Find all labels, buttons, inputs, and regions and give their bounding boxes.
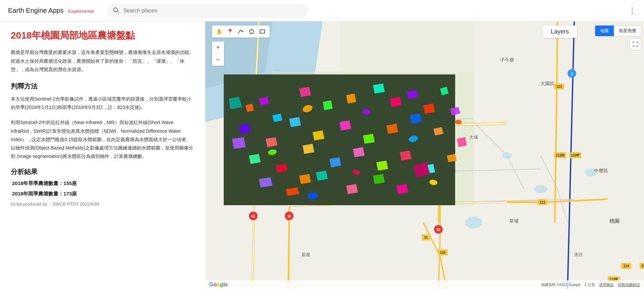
svg-marker-64 — [323, 100, 333, 110]
svg-text:114: 114 — [624, 264, 629, 268]
result2: 2018年雨季農塘數量：173座 — [11, 191, 195, 197]
polygon-tool[interactable] — [247, 27, 256, 36]
svg-marker-92 — [316, 171, 328, 181]
google-logo: Google — [209, 282, 228, 288]
search-container[interactable] — [107, 4, 308, 17]
rectangle-tool[interactable] — [258, 27, 267, 36]
svg-rect-110 — [260, 30, 265, 33]
map-copyright: 地圖資料 ©2021 Google — [541, 282, 581, 287]
svg-text:15: 15 — [287, 215, 291, 218]
svg-text:61: 61 — [251, 215, 255, 218]
main-layout: 2018年桃園局部地區農塘盤點 農塘是早期台灣農業的重要水源，近年來產業型態轉變… — [0, 21, 644, 289]
result1: 2018年旱季農塘數量：155座 — [11, 180, 195, 187]
section2-title: 分析結果 — [11, 167, 195, 176]
pin-tool[interactable]: 📍 — [225, 27, 235, 36]
svg-marker-75 — [339, 120, 351, 130]
map-panel[interactable]: 61 66 15 15 61 66 114 113 113丙 — [205, 21, 644, 289]
svg-marker-84 — [329, 157, 341, 167]
map-type-map[interactable]: 地圖 — [595, 25, 614, 36]
svg-text:中壢區: 中壢區 — [594, 168, 608, 173]
map-report[interactable]: 回報地圖錯誤 — [618, 282, 640, 287]
svg-marker-63 — [299, 87, 311, 97]
svg-text:31: 31 — [424, 236, 428, 239]
svg-marker-67 — [390, 97, 401, 107]
svg-text:大園區: 大園區 — [540, 81, 554, 86]
layers-panel: Layers — [543, 25, 577, 38]
svg-marker-76 — [363, 134, 375, 144]
svg-marker-95 — [396, 184, 408, 194]
svg-marker-90 — [259, 177, 272, 187]
svg-text:大埔: 大埔 — [469, 135, 478, 140]
svg-point-10 — [502, 152, 512, 159]
svg-marker-69 — [423, 104, 435, 114]
svg-marker-85 — [353, 147, 365, 157]
svg-marker-65 — [346, 94, 356, 104]
svg-marker-78 — [410, 114, 422, 124]
svg-text:113丙: 113丙 — [556, 154, 565, 157]
left-panel: 2018年桃園局部地區農塘盤點 農塘是早期台灣農業的重要水源，近年來產業型態轉變… — [0, 21, 205, 289]
svg-marker-107 — [232, 137, 246, 149]
experimental-badge: Experimental — [68, 9, 94, 14]
svg-marker-109 — [250, 29, 254, 34]
layers-label: Layers — [551, 28, 569, 35]
svg-text:3甲: 3甲 — [641, 264, 644, 268]
svg-point-9 — [465, 217, 482, 229]
page-title: 2018年桃園局部地區農塘盤點 — [11, 30, 195, 42]
polyline-tool[interactable] — [236, 27, 246, 36]
svg-point-11 — [534, 185, 547, 193]
header: Earth Engine Apps Experimental ⋮ — [0, 0, 644, 21]
zoom-out-button[interactable]: − — [212, 54, 224, 66]
svg-marker-87 — [400, 151, 412, 161]
svg-marker-77 — [386, 124, 398, 134]
svg-marker-83 — [303, 144, 314, 154]
svg-text:宋庄: 宋庄 — [574, 252, 583, 257]
fullscreen-button[interactable] — [629, 38, 641, 50]
intro-text: 農塘是早期台灣農業的重要水源，近年來產業型態轉變，農塘漸漸失去原本灌溉的功能。經… — [11, 48, 195, 74]
map-type-satellite[interactable]: 衛星視覺 — [614, 25, 641, 36]
svg-marker-71 — [239, 124, 251, 134]
section1-text2: 利用Sentinel-2中的近紅外線（Near Infrared，NIR）與短波… — [11, 118, 195, 161]
app-title: Earth Engine Apps Experimental — [8, 7, 94, 14]
map-footer: Google 地圖資料 ©2021 Google 2 公里 使用條款 回報地圖錯… — [205, 280, 644, 289]
svg-marker-81 — [249, 154, 261, 164]
svg-marker-72 — [266, 137, 277, 147]
map-terms[interactable]: 使用條款 — [599, 282, 614, 287]
section1-text1: 本方法使用Sentinel-2光學影像試作，透過小區域雲覆率的篩選後，分別選擇雲… — [11, 95, 195, 112]
svg-text:115: 115 — [440, 251, 446, 254]
svg-text:110甲: 110甲 — [571, 154, 580, 157]
svg-marker-106 — [457, 137, 467, 147]
svg-text:66: 66 — [436, 228, 440, 232]
map-toolbar: ✋ 📍 — [212, 25, 270, 38]
svg-line-1 — [117, 11, 119, 13]
svg-rect-59 — [224, 74, 455, 205]
script-credit: Script produced by ：SWCB RTDT 2021/6/30 — [11, 201, 195, 207]
svg-text:新屋: 新屋 — [302, 252, 310, 257]
map-scale: 2 公里 — [585, 282, 595, 287]
svg-marker-86 — [376, 161, 388, 171]
svg-marker-73 — [289, 117, 301, 127]
svg-marker-94 — [373, 174, 385, 184]
svg-text:草埔: 草埔 — [509, 218, 519, 224]
svg-text:113: 113 — [556, 85, 562, 89]
svg-text:桃園: 桃園 — [609, 218, 620, 224]
section1-title: 判釋方法 — [11, 82, 195, 91]
svg-marker-108 — [299, 174, 311, 184]
app-title-text: Earth Engine Apps — [8, 7, 64, 14]
svg-marker-93 — [346, 184, 358, 194]
hand-tool[interactable]: ✋ — [215, 27, 224, 36]
map-background: 61 66 15 15 61 66 114 113 113丙 — [205, 21, 644, 289]
zoom-controls: + − — [212, 42, 224, 66]
svg-text:2: 2 — [571, 72, 573, 76]
search-icon — [112, 7, 119, 15]
svg-text:子午寮: 子午寮 — [500, 57, 514, 63]
map-type-controls: 地圖 衛星視覺 — [595, 25, 641, 36]
svg-marker-74 — [313, 130, 324, 140]
search-input[interactable] — [123, 8, 303, 14]
more-menu-icon[interactable]: ⋮ — [629, 6, 636, 15]
svg-marker-66 — [373, 83, 385, 94]
zoom-in-button[interactable]: + — [212, 42, 224, 54]
svg-text:113: 113 — [540, 200, 545, 204]
